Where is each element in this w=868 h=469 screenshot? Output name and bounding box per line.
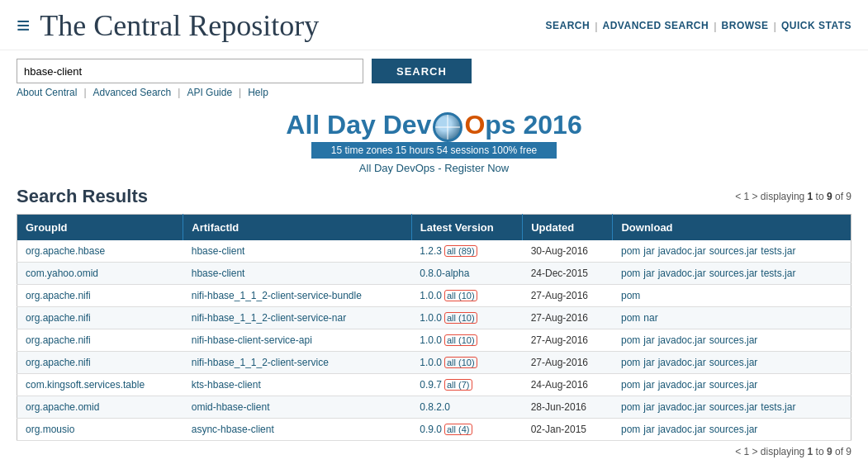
groupid-link[interactable]: org.mousio bbox=[26, 424, 74, 435]
all-versions-link[interactable]: all (10) bbox=[444, 290, 477, 301]
download-link-sourcesjar[interactable]: sources.jar bbox=[709, 401, 758, 413]
cell-artifactid: nifi-hbase-client-service-api bbox=[183, 329, 412, 351]
banner: All Day Dev Ops 2016 15 time zones 15 ho… bbox=[0, 103, 868, 178]
artifactid-link[interactable]: nifi-hbase_1_1_2-client-service bbox=[192, 357, 329, 368]
nav-quick-stats[interactable]: QUICK STATS bbox=[781, 20, 851, 31]
download-link-jar[interactable]: jar bbox=[643, 334, 654, 346]
download-link-sourcesjar[interactable]: sources.jar bbox=[709, 268, 758, 279]
search-input[interactable] bbox=[17, 59, 363, 83]
cell-updated: 24-Dec-2015 bbox=[523, 262, 613, 284]
download-link-javadocjar[interactable]: javadoc.jar bbox=[658, 245, 706, 257]
download-link-pom[interactable]: pom bbox=[621, 401, 640, 413]
cell-download: pom bbox=[613, 284, 851, 306]
search-button[interactable]: SEARCH bbox=[372, 59, 472, 83]
version-link[interactable]: 1.2.3 bbox=[420, 245, 442, 257]
download-link-pom[interactable]: pom bbox=[621, 245, 640, 257]
artifactid-link[interactable]: nifi-hbase_1_1_2-client-service-bundle bbox=[192, 290, 362, 301]
cell-download: pomnar bbox=[613, 306, 851, 329]
cell-groupid: org.apache.nifi bbox=[17, 351, 183, 373]
version-link[interactable]: 0.8.2.0 bbox=[420, 401, 450, 413]
download-link-jar[interactable]: jar bbox=[643, 424, 654, 435]
version-link[interactable]: 1.0.0 bbox=[420, 334, 442, 346]
version-link[interactable]: 0.9.0 bbox=[420, 424, 442, 435]
download-link-pom[interactable]: pom bbox=[621, 334, 640, 346]
download-link-sourcesjar[interactable]: sources.jar bbox=[709, 245, 758, 257]
version-link[interactable]: 1.0.0 bbox=[420, 290, 442, 301]
download-link-jar[interactable]: jar bbox=[643, 357, 654, 368]
download-link-pom[interactable]: pom bbox=[621, 379, 640, 391]
cell-groupid: org.apache.hbase bbox=[17, 240, 183, 263]
results-title: Search Results bbox=[17, 186, 148, 207]
download-link-javadocjar[interactable]: javadoc.jar bbox=[658, 401, 706, 413]
artifactid-link[interactable]: hbase-client bbox=[192, 245, 245, 257]
cell-artifactid: nifi-hbase_1_1_2-client-service-nar bbox=[183, 306, 412, 329]
groupid-link[interactable]: org.apache.nifi bbox=[26, 312, 91, 324]
advanced-search-link[interactable]: Advanced Search bbox=[93, 87, 172, 98]
help-link[interactable]: Help bbox=[248, 87, 268, 98]
all-versions-link[interactable]: all (10) bbox=[444, 357, 477, 368]
artifactid-link[interactable]: kts-hbase-client bbox=[192, 379, 261, 391]
download-link-sourcesjar[interactable]: sources.jar bbox=[709, 334, 758, 346]
cell-updated: 27-Aug-2016 bbox=[523, 329, 613, 351]
all-versions-link[interactable]: all (10) bbox=[444, 334, 477, 346]
all-versions-link[interactable]: all (10) bbox=[444, 312, 477, 324]
groupid-link[interactable]: org.apache.nifi bbox=[26, 334, 91, 346]
download-link-javadocjar[interactable]: javadoc.jar bbox=[658, 379, 706, 391]
download-link-jar[interactable]: jar bbox=[643, 268, 654, 279]
download-link-jar[interactable]: jar bbox=[643, 401, 654, 413]
cell-groupid: com.kingsoft.services.table bbox=[17, 373, 183, 396]
groupid-link[interactable]: org.apache.nifi bbox=[26, 357, 91, 368]
download-link-javadocjar[interactable]: javadoc.jar bbox=[658, 357, 706, 368]
groupid-link[interactable]: com.yahoo.omid bbox=[26, 268, 98, 279]
about-central-link[interactable]: About Central bbox=[17, 87, 77, 98]
download-link-pom[interactable]: pom bbox=[621, 357, 640, 368]
download-link-testsjar[interactable]: tests.jar bbox=[761, 268, 795, 279]
download-link-javadocjar[interactable]: javadoc.jar bbox=[658, 334, 706, 346]
download-link-sourcesjar[interactable]: sources.jar bbox=[709, 379, 758, 391]
results-table: GroupId ArtifactId Latest Version Update… bbox=[17, 214, 851, 441]
nav-search[interactable]: SEARCH bbox=[545, 20, 590, 31]
download-link-javadocjar[interactable]: javadoc.jar bbox=[658, 424, 706, 435]
cell-groupid: org.apache.nifi bbox=[17, 284, 183, 306]
cell-version: 1.0.0all (10) bbox=[411, 284, 522, 306]
banner-register-link[interactable]: All Day DevOps - Register Now bbox=[359, 162, 509, 174]
download-link-testsjar[interactable]: tests.jar bbox=[761, 401, 795, 413]
download-link-javadocjar[interactable]: javadoc.jar bbox=[658, 268, 706, 279]
download-link-pom[interactable]: pom bbox=[621, 268, 640, 279]
all-versions-link[interactable]: all (4) bbox=[444, 424, 472, 435]
download-link-nar[interactable]: nar bbox=[643, 312, 657, 324]
cell-download: pomjarjavadoc.jarsources.jar bbox=[613, 418, 851, 440]
nav-browse[interactable]: BROWSE bbox=[722, 20, 769, 31]
download-link-jar[interactable]: jar bbox=[643, 379, 654, 391]
banner-cta[interactable]: All Day DevOps - Register Now bbox=[0, 162, 868, 174]
download-link-testsjar[interactable]: tests.jar bbox=[761, 245, 795, 257]
api-guide-link[interactable]: API Guide bbox=[187, 87, 232, 98]
version-link[interactable]: 0.9.7 bbox=[420, 379, 442, 391]
version-link[interactable]: 1.0.0 bbox=[420, 357, 442, 368]
download-link-sourcesjar[interactable]: sources.jar bbox=[709, 357, 758, 368]
results-pager-top: < 1 > displaying 1 to 9 of 9 bbox=[735, 191, 851, 202]
artifactid-link[interactable]: async-hbase-client bbox=[192, 424, 274, 435]
version-link[interactable]: 0.8.0-alpha bbox=[420, 268, 469, 279]
cell-updated: 24-Aug-2016 bbox=[523, 373, 613, 396]
cell-updated: 30-Aug-2016 bbox=[523, 240, 613, 263]
artifactid-link[interactable]: omid-hbase-client bbox=[192, 401, 270, 413]
download-link-pom[interactable]: pom bbox=[621, 312, 640, 324]
table-row: com.yahoo.omidhbase-client0.8.0-alpha24-… bbox=[17, 262, 851, 284]
download-link-jar[interactable]: jar bbox=[643, 245, 654, 257]
all-versions-link[interactable]: all (7) bbox=[444, 379, 472, 391]
version-link[interactable]: 1.0.0 bbox=[420, 312, 442, 324]
groupid-link[interactable]: org.apache.hbase bbox=[26, 245, 105, 257]
nav-advanced-search[interactable]: ADVANCED SEARCH bbox=[603, 20, 709, 31]
artifactid-link[interactable]: hbase-client bbox=[192, 268, 245, 279]
download-link-pom[interactable]: pom bbox=[621, 290, 640, 301]
download-link-pom[interactable]: pom bbox=[621, 424, 640, 435]
table-row: org.apache.nifinifi-hbase_1_1_2-client-s… bbox=[17, 351, 851, 373]
groupid-link[interactable]: org.apache.nifi bbox=[26, 290, 91, 301]
groupid-link[interactable]: com.kingsoft.services.table bbox=[26, 379, 145, 391]
all-versions-link[interactable]: all (89) bbox=[444, 245, 477, 257]
groupid-link[interactable]: org.apache.omid bbox=[26, 401, 99, 413]
artifactid-link[interactable]: nifi-hbase-client-service-api bbox=[192, 334, 312, 346]
artifactid-link[interactable]: nifi-hbase_1_1_2-client-service-nar bbox=[192, 312, 346, 324]
download-link-sourcesjar[interactable]: sources.jar bbox=[709, 424, 758, 435]
